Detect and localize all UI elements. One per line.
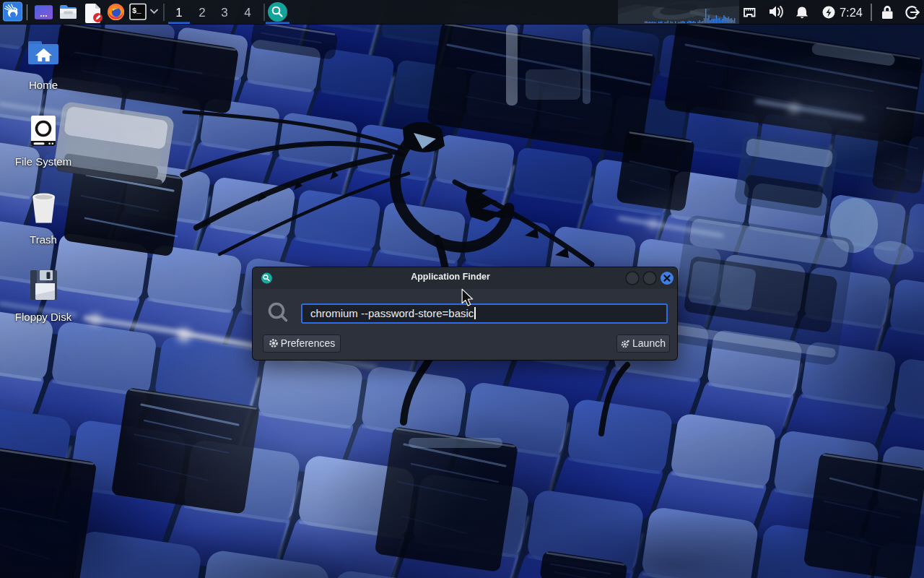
svg-text:1: 1 xyxy=(175,6,182,20)
svg-text:$_: $_ xyxy=(132,7,141,15)
svg-text:2: 2 xyxy=(199,6,205,20)
svg-text:7:24: 7:24 xyxy=(840,6,863,19)
svg-text:4: 4 xyxy=(244,6,250,20)
svg-text:3: 3 xyxy=(221,6,227,20)
